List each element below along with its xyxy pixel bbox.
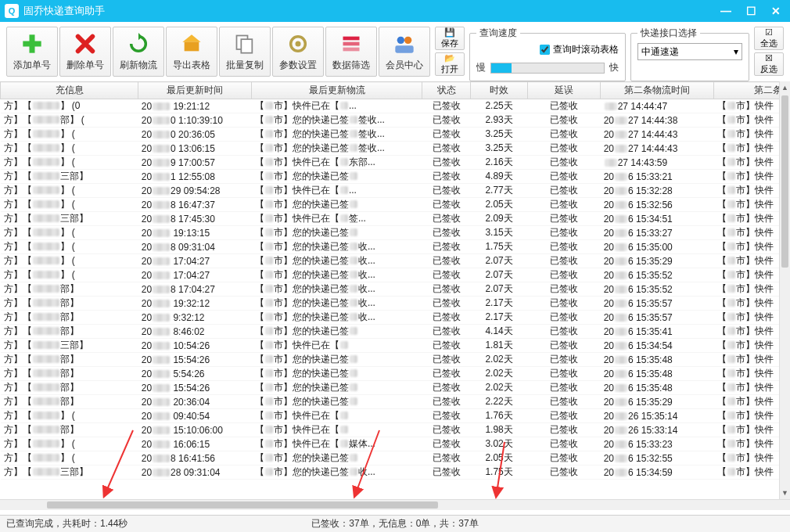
add-number-button[interactable]: 添加单号	[6, 27, 58, 77]
scroll-on-query-checkbox[interactable]	[540, 45, 550, 55]
export-icon	[180, 32, 203, 56]
close-button[interactable]: ✕	[767, 3, 785, 19]
refresh-icon	[127, 32, 150, 56]
table-row[interactable]: 方】【xxxxxx三部】20xxxx 10:54:26【xx市】快件已在【xx已…	[1, 339, 780, 353]
table-row[interactable]: 方】【xxxxxx】 (20xxxx8 16:47:37【xx市】您的快递已签x…	[1, 198, 780, 212]
scroll-thumb-h[interactable]	[47, 501, 438, 509]
minimize-button[interactable]: —	[716, 3, 735, 19]
invert-icon: ☒	[765, 53, 773, 63]
table-row[interactable]: 方】【xxxxxx部】20xxxx 5:54:26【xx市】您的快递已签xx已签…	[1, 367, 780, 381]
copy-icon	[233, 32, 257, 56]
gear-icon	[286, 32, 310, 56]
slow-label: 慢	[476, 61, 486, 74]
slider-thumb	[491, 63, 512, 73]
table-row[interactable]: 方】【xxxxxx】 (20xxxx8 16:41:56【xx市】您的快递已签x…	[1, 451, 780, 466]
svg-rect-8	[343, 41, 360, 45]
export-button[interactable]: 导出表格	[166, 27, 217, 77]
toolbar: 添加单号 删除单号 刷新物流 导出表格 批量复制 参数设置 数据筛选 会员中心	[0, 22, 790, 87]
invert-select-button[interactable]: ☒反选	[754, 52, 784, 76]
settings-button[interactable]: 参数设置	[272, 27, 324, 77]
open-icon: 📂	[444, 53, 455, 63]
svg-rect-4	[241, 39, 252, 52]
table-row[interactable]: 方】【xxxxxx】 (20xxxx8 09:31:04【xx市】您的快递已签x…	[1, 240, 780, 254]
table-row[interactable]: 方】【xxxxxx部】20xxxx 8:46:02【xx市】您的快递已签xx已签…	[1, 325, 780, 339]
table-row[interactable]: 方】【xxxxxx部】20xxxx 20:36:04【xx市】您的快递已签xx已…	[1, 395, 780, 409]
col-timing[interactable]: 时效	[471, 82, 528, 99]
courier-interface-panel: 快递接口选择 中通速递 ▾	[630, 27, 749, 81]
col-delay[interactable]: 延误	[527, 82, 600, 99]
svg-rect-12	[395, 45, 413, 52]
table-row[interactable]: 方】【xxxxxx】 (20xxxx 16:06:15【xx市】快件已在【xx媒…	[1, 437, 780, 451]
svg-point-6	[296, 41, 301, 46]
table-row[interactable]: 方】【xxxxxx部】20xxxx 15:54:26【xx市】您的快递已签xx已…	[1, 353, 780, 367]
batch-copy-button[interactable]: 批量复制	[219, 27, 271, 77]
open-button[interactable]: 📂打开	[435, 52, 465, 76]
scroll-thumb[interactable]	[781, 95, 788, 268]
col-info[interactable]: 充信息	[1, 82, 138, 99]
delete-number-button[interactable]: 删除单号	[59, 27, 111, 77]
table-row[interactable]: 方】【xxxxxx部】20xxxx 15:54:26【xx市】您的快递已签xx已…	[1, 381, 780, 395]
table-row[interactable]: 方】【xxxxxx三部】20xxxx8 17:45:30【xx市】快件已在【xx…	[1, 212, 780, 226]
table-row[interactable]: 方】【xxxxxx部】20xxxx8 17:04:27【xx市】您的快递已签xx…	[1, 282, 780, 297]
speed-slider[interactable]	[490, 63, 605, 74]
query-speed-panel: 查询速度 查询时滚动表格 慢 快	[469, 27, 626, 81]
table-row[interactable]: 方】【xxxxxx】 (20xxxx 17:04:27【xx市】您的快递已签xx…	[1, 254, 780, 268]
statusbar: 已查询完成，共耗时：1.44秒 已签收：37单，无信息：0单，共：37单	[0, 515, 790, 532]
col-status[interactable]: 状态	[422, 82, 471, 99]
svg-rect-7	[343, 36, 360, 40]
fast-label: 快	[609, 61, 619, 74]
table-row[interactable]: 方】【xxxxxx】 (20xxxx0 20:36:05【xx市】您的快递已签x…	[1, 128, 780, 142]
select-all-button[interactable]: ☑全选	[754, 27, 784, 50]
col-second-time[interactable]: 第二条物流时间	[601, 82, 714, 99]
table-header-row: 充信息 最后更新时间 最后更新物流 状态 时效 延误 第二条物流时间 第二条物流…	[1, 82, 780, 99]
col-second-info[interactable]: 第二条物流信息	[714, 82, 779, 99]
plus-icon	[20, 32, 44, 56]
svg-rect-9	[343, 47, 360, 51]
table-row[interactable]: 方】【xxxxxx】 (20xxxx9 17:00:57【xx市】快件已在【xx…	[1, 156, 780, 170]
results-table[interactable]: 充信息 最后更新时间 最后更新物流 状态 时效 延误 第二条物流时间 第二条物流…	[0, 81, 779, 480]
maximize-button[interactable]: ☐	[742, 3, 760, 19]
table-row[interactable]: 方】【xxxxxx部】 (20xxxx0 1:10:39:10【xx市】您的快递…	[1, 113, 780, 128]
titlebar: Q 固乔快递查询助手 — ☐ ✕	[0, 0, 790, 22]
table-area: 充信息 最后更新时间 最后更新物流 状态 时效 延误 第二条物流时间 第二条物流…	[0, 81, 790, 510]
table-row[interactable]: 方】【xxxxxx部】20xxxx 19:32:12【xx市】您的快递已签xx收…	[1, 297, 780, 311]
data-filter-button[interactable]: 数据筛选	[325, 27, 377, 77]
table-row[interactable]: 方】【xxxxxx】 (20xxxx 17:04:27【xx市】您的快递已签xx…	[1, 268, 780, 282]
select-all-icon: ☑	[765, 27, 773, 38]
app-logo-icon: Q	[5, 4, 19, 18]
status-center: 已签收：37单，无信息：0单，共：37单	[311, 517, 478, 530]
table-row[interactable]: 方】【xxxxxx部】20xxxx 9:32:12【xx市】您的快递已签xx收.…	[1, 311, 780, 325]
col-last-update-time[interactable]: 最后更新时间	[138, 82, 252, 99]
scroll-down-icon[interactable]: ▼	[780, 487, 790, 499]
chevron-down-icon: ▾	[734, 46, 738, 57]
horizontal-scrollbar[interactable]	[0, 499, 790, 510]
svg-rect-2	[185, 41, 199, 51]
table-row[interactable]: 方】【xxxxxx】 (20xxxx 09:40:54【xx市】快件已在【xx已…	[1, 409, 780, 423]
scroll-on-query-label: 查询时滚动表格	[553, 43, 619, 56]
table-row[interactable]: 方】【xxxxxx三部】20xxxx1 12:55:08【xx市】您的快递已签x…	[1, 170, 780, 184]
app-title: 固乔快递查询助手	[23, 4, 105, 18]
table-row[interactable]: 方】【xxxxxx部】20xxxx 15:10:06:00【xx市】快件已在【x…	[1, 423, 780, 437]
save-button[interactable]: 💾保存	[435, 27, 465, 50]
table-row[interactable]: 方】【xxxxxx】 (20xxxx0 13:06:15【xx市】您的快递已签x…	[1, 142, 780, 156]
svg-point-10	[397, 36, 404, 43]
scroll-up-icon[interactable]: ▲	[780, 81, 790, 94]
vip-center-button[interactable]: 会员中心	[379, 27, 430, 77]
refresh-button[interactable]: 刷新物流	[113, 27, 164, 77]
vertical-scrollbar[interactable]: ▲ ▼	[779, 81, 790, 499]
save-icon: 💾	[444, 27, 455, 38]
people-icon	[393, 32, 416, 56]
col-last-logistics[interactable]: 最后更新物流	[252, 82, 422, 99]
courier-select[interactable]: 中通速递 ▾	[637, 43, 742, 60]
table-row[interactable]: 方】【xxxxxx】 (020xxxx 19:21:12【xx市】快件已在【xx…	[1, 99, 780, 113]
svg-rect-1	[23, 41, 41, 46]
filter-icon	[339, 32, 363, 56]
table-row[interactable]: 方】【xxxxxx三部】20xxxx28 09:31:04【xx市】您的快递已签…	[1, 466, 780, 480]
table-row[interactable]: 方】【xxxxxx】 (20xxxx 19:13:15【xx市】您的快递已签xx…	[1, 226, 780, 240]
svg-point-11	[404, 36, 411, 43]
x-icon	[74, 32, 97, 56]
status-left: 已查询完成，共耗时：1.44秒	[6, 517, 127, 530]
table-row[interactable]: 方】【xxxxxx】 (20xxxx29 09:54:28【xx市】快件已在【x…	[1, 184, 780, 198]
